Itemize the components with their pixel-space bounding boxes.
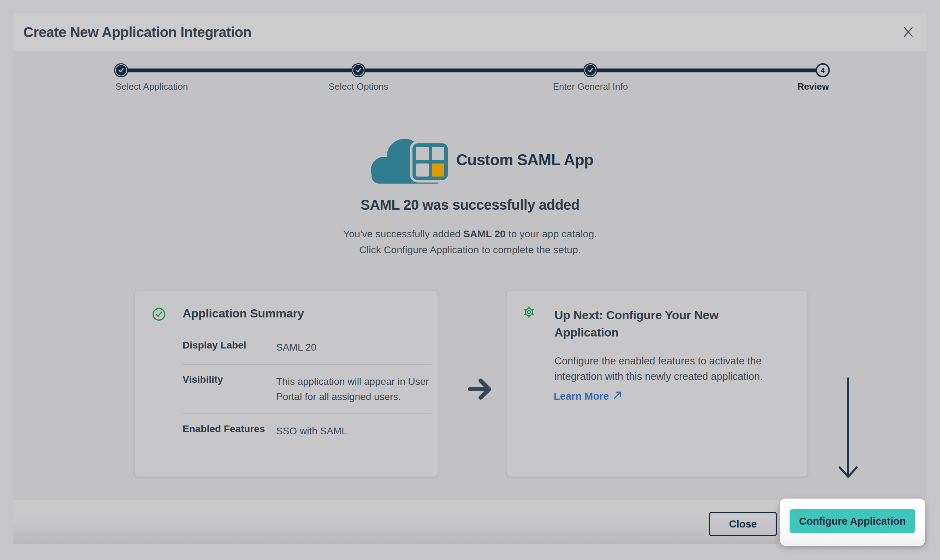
success-message-line2: Click Configure Application to complete …: [14, 242, 926, 258]
success-message: You've successfully added SAML 20 to you…: [14, 226, 926, 258]
configure-application-button[interactable]: Configure Application: [789, 509, 915, 533]
learn-more-link[interactable]: Learn More: [554, 391, 622, 402]
close-button[interactable]: Close: [709, 512, 777, 536]
app-name: Custom SAML App: [456, 151, 593, 169]
step-1-completed-icon[interactable]: [114, 63, 128, 77]
grid-cell-accent: [432, 163, 445, 177]
success-heading: SAML 20 was successfully added: [14, 197, 926, 213]
gear-icon: [523, 306, 535, 319]
summary-row-visibility: Visibility This application will appear …: [183, 365, 432, 414]
step-4-number: 4: [821, 66, 825, 74]
step-1-label: Select Application: [115, 81, 188, 92]
up-next-card: Up Next: Configure Your New Application …: [507, 291, 808, 477]
success-message-line1: You've successfully added SAML 20 to you…: [14, 226, 926, 242]
external-link-icon: [613, 391, 622, 402]
grid-cell: [416, 163, 429, 177]
summary-row-display-label: Display Label SAML 20: [183, 334, 432, 364]
wizard-stepper: 4 Select Application Select Options Ente…: [14, 14, 926, 112]
summary-row-enabled-features: Enabled Features SSO with SAML: [183, 414, 432, 448]
create-application-dialog: Create New Application Integration 4 Sel…: [14, 14, 926, 544]
step-2-completed-icon[interactable]: [351, 63, 366, 77]
stepper-progress-line: [121, 69, 823, 72]
configure-button-spotlight: Configure Application: [780, 498, 925, 546]
step-3-completed-icon[interactable]: [583, 63, 597, 77]
down-arrow-annotation: [836, 377, 861, 482]
up-next-card-body: Configure the enabled features to activa…: [554, 353, 802, 384]
grid-cell: [432, 147, 445, 160]
step-2-label: Select Options: [328, 81, 388, 92]
app-label-bold: SAML 20: [463, 228, 506, 239]
row-divider: [183, 414, 432, 414]
app-grid-icon: [412, 143, 448, 180]
step-4-current-icon[interactable]: 4: [816, 63, 830, 77]
up-next-card-title: Up Next: Configure Your New Application: [554, 306, 752, 341]
check-circle-icon: [152, 308, 166, 322]
summary-card-title: Application Summary: [183, 306, 304, 320]
step-3-label: Enter General Info: [553, 81, 628, 92]
step-4-label: Review: [797, 81, 829, 92]
grid-cell: [416, 147, 429, 160]
summary-table: Display Label SAML 20 Visibility This ap…: [183, 334, 432, 448]
row-divider: [183, 364, 432, 365]
application-summary-card: Application Summary Display Label SAML 2…: [135, 291, 438, 477]
right-arrow-icon: [467, 376, 492, 403]
